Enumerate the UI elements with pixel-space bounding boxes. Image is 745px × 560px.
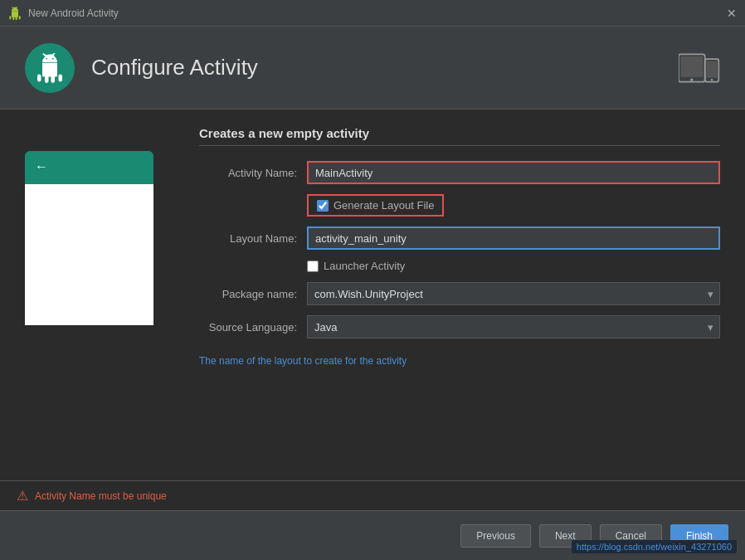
preview-panel: ← <box>25 151 174 494</box>
launcher-activity-row: Launcher Activity <box>307 260 720 272</box>
section-title: Creates a new empty activity <box>199 126 720 146</box>
bottom-bar: Previous Next Cancel Finish <box>0 510 745 560</box>
hint-text: The name of the layout to create for the… <box>199 355 720 367</box>
title-bar-text: New Android Activity <box>28 7 119 19</box>
activity-name-label: Activity Name: <box>199 167 307 179</box>
cancel-button[interactable]: Cancel <box>600 524 662 548</box>
error-message: Activity Name must be unique <box>35 490 167 502</box>
activity-name-input[interactable] <box>307 161 720 184</box>
svg-rect-1 <box>681 56 704 76</box>
launcher-activity-checkbox[interactable] <box>307 261 319 272</box>
package-name-select-wrapper: com.Wish.UnityProject ▾ <box>307 282 720 305</box>
next-button[interactable]: Next <box>539 524 592 548</box>
tablet-phone-icon <box>679 47 720 89</box>
main-content: ← Creates a new empty activity Activity … <box>0 110 745 510</box>
page-title: Configure Activity <box>91 55 258 80</box>
package-name-select[interactable]: com.Wish.UnityProject <box>307 282 720 305</box>
layout-name-input[interactable] <box>307 226 720 250</box>
error-bar: ⚠ Activity Name must be unique <box>0 480 745 510</box>
phone-preview: ← <box>25 151 153 325</box>
android-icon <box>35 53 65 83</box>
package-name-row: Package name: com.Wish.UnityProject ▾ <box>199 282 720 305</box>
source-language-label: Source Language: <box>199 321 307 334</box>
source-language-row: Source Language: Java Kotlin ▾ <box>199 315 720 338</box>
layout-name-row: Layout Name: <box>199 226 720 250</box>
android-header-icon <box>25 43 75 93</box>
svg-point-2 <box>690 78 693 80</box>
generate-layout-label[interactable]: Generate Layout File <box>317 199 434 212</box>
svg-rect-4 <box>706 61 717 77</box>
android-logo-icon <box>8 7 22 20</box>
finish-button[interactable]: Finish <box>670 524 728 548</box>
generate-layout-text: Generate Layout File <box>334 199 434 212</box>
generate-layout-checkbox[interactable] <box>317 200 329 212</box>
previous-button[interactable]: Previous <box>460 524 531 548</box>
layout-name-label: Layout Name: <box>199 232 307 245</box>
title-bar: New Android Activity ✕ <box>0 0 745 27</box>
close-button[interactable]: ✕ <box>727 7 737 20</box>
device-preview-icon <box>679 47 720 89</box>
svg-point-5 <box>711 78 713 80</box>
source-language-select[interactable]: Java Kotlin <box>307 315 720 338</box>
launcher-activity-label[interactable]: Launcher Activity <box>324 260 405 272</box>
title-bar-left: New Android Activity <box>8 7 119 20</box>
dialog-header: Configure Activity <box>0 27 745 110</box>
back-arrow-icon: ← <box>35 159 48 174</box>
error-icon: ⚠ <box>17 488 28 504</box>
form-panel: Creates a new empty activity Activity Na… <box>199 126 720 494</box>
package-name-label: Package name: <box>199 288 307 300</box>
activity-name-row: Activity Name: <box>199 161 720 184</box>
phone-preview-inner <box>25 184 153 325</box>
generate-layout-row: Generate Layout File <box>307 194 444 217</box>
source-language-select-wrapper: Java Kotlin ▾ <box>307 315 720 338</box>
